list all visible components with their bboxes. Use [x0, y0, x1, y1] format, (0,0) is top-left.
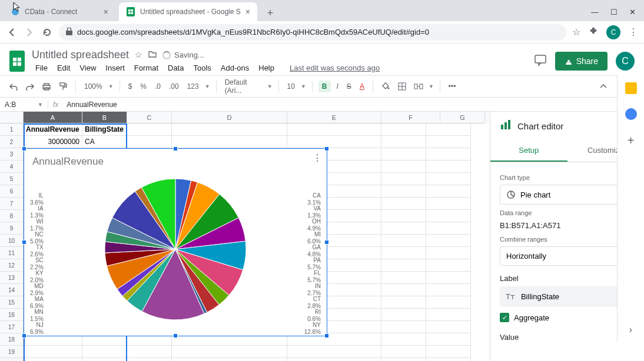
col-header-f[interactable]: F [381, 112, 440, 123]
row-header[interactable]: 20 [0, 358, 24, 361]
share-button[interactable]: Share [555, 52, 608, 71]
cell[interactable] [381, 259, 426, 272]
row-header[interactable]: 1 [0, 123, 24, 136]
cell[interactable] [381, 247, 426, 259]
close-icon[interactable]: × [104, 7, 108, 16]
italic-button[interactable]: I [334, 81, 341, 92]
cell[interactable] [381, 185, 426, 198]
cell[interactable] [24, 346, 82, 358]
url-field[interactable]: docs.google.com/spreadsheets/d/1MVgKa_nE… [59, 24, 566, 41]
spreadsheet-grid[interactable]: A B C D E F G 1AnnualRevenueBillingState… [0, 112, 490, 361]
menu-help[interactable]: Help [255, 62, 278, 73]
tab-setup[interactable]: Setup [490, 140, 567, 162]
percent-button[interactable]: % [138, 81, 149, 92]
cell[interactable] [381, 296, 426, 309]
menu-edit[interactable]: Edit [54, 62, 74, 73]
col-header-c[interactable]: C [127, 112, 172, 123]
cell[interactable] [381, 272, 426, 284]
cell[interactable] [381, 161, 426, 173]
menu-view[interactable]: View [76, 62, 99, 73]
cell[interactable]: CA [82, 136, 127, 148]
close-icon[interactable]: × [245, 7, 250, 16]
row-header[interactable]: 12 [0, 259, 24, 272]
font-dropdown[interactable]: Default (Ari... [223, 77, 264, 96]
cell[interactable] [426, 272, 471, 284]
cell[interactable] [426, 136, 471, 148]
col-header-d[interactable]: D [172, 112, 287, 123]
tab-sheets[interactable]: Untitled spreadsheet - Google S × [119, 2, 257, 21]
cell[interactable] [426, 333, 471, 346]
add-addon-icon[interactable]: + [628, 134, 635, 148]
col-header-e[interactable]: E [287, 112, 381, 123]
account-avatar[interactable]: C [616, 52, 635, 71]
cell[interactable] [381, 321, 426, 333]
row-header[interactable]: 6 [0, 185, 24, 198]
cell[interactable]: BillingState [82, 123, 127, 136]
borders-button[interactable] [396, 80, 409, 93]
row-header[interactable]: 10 [0, 235, 24, 247]
collapse-toolbar-button[interactable] [597, 80, 610, 93]
last-edit-link[interactable]: Last edit was seconds ago [286, 62, 383, 73]
cell[interactable] [426, 173, 471, 185]
back-button[interactable] [6, 26, 18, 38]
row-header[interactable]: 7 [0, 198, 24, 210]
menu-format[interactable]: Format [131, 62, 162, 73]
cell[interactable] [426, 309, 471, 321]
cell[interactable] [287, 346, 381, 358]
row-header[interactable]: 9 [0, 222, 24, 235]
cell[interactable] [172, 136, 287, 148]
cell[interactable] [426, 235, 471, 247]
row-header[interactable]: 18 [0, 333, 24, 346]
cell[interactable] [426, 296, 471, 309]
reload-button[interactable] [41, 26, 53, 38]
cell[interactable]: 30000000 [24, 136, 82, 148]
chart-menu-icon[interactable]: ⋮ [313, 152, 322, 163]
font-size[interactable]: 10 [285, 81, 297, 92]
cell[interactable] [287, 123, 381, 136]
label-field-chip[interactable]: Tᴛ BillingState ⋮ [500, 286, 635, 307]
cell[interactable] [381, 148, 426, 161]
cell[interactable] [172, 123, 287, 136]
increase-decimal-button[interactable]: .00 [167, 81, 181, 92]
document-title[interactable]: Untitled spreadsheet [32, 49, 129, 61]
row-header[interactable]: 4 [0, 161, 24, 173]
select-all-corner[interactable] [0, 112, 24, 123]
row-header[interactable]: 3 [0, 148, 24, 161]
profile-avatar[interactable]: C [606, 25, 620, 39]
decrease-decimal-button[interactable]: .0 [152, 81, 163, 92]
cell[interactable] [381, 235, 426, 247]
number-format-dropdown[interactable]: 123 [185, 81, 201, 92]
strikethrough-button[interactable]: S [344, 81, 354, 92]
cell[interactable] [172, 358, 287, 361]
row-header[interactable]: 5 [0, 173, 24, 185]
merge-button[interactable] [412, 80, 425, 93]
cell[interactable] [381, 284, 426, 296]
cell[interactable] [426, 185, 471, 198]
row-header[interactable]: 13 [0, 272, 24, 284]
star-document-icon[interactable]: ☆ [135, 50, 142, 60]
cell[interactable] [426, 259, 471, 272]
cell[interactable] [426, 247, 471, 259]
forward-button[interactable] [24, 26, 35, 38]
print-button[interactable] [40, 80, 53, 93]
fill-color-button[interactable] [379, 80, 392, 93]
browser-menu-icon[interactable]: ⋮ [629, 26, 638, 38]
redo-button[interactable] [24, 80, 36, 93]
combine-ranges-dropdown[interactable]: Horizontally ▼ [500, 246, 635, 266]
cell[interactable] [426, 161, 471, 173]
cell[interactable] [381, 346, 426, 358]
cell[interactable] [82, 346, 127, 358]
col-header-g[interactable]: G [440, 112, 485, 123]
row-header[interactable]: 16 [0, 309, 24, 321]
cell[interactable] [381, 136, 426, 148]
aggregate-checkbox[interactable]: ✓ [500, 313, 509, 322]
cell[interactable] [381, 309, 426, 321]
row-header[interactable]: 2 [0, 136, 24, 148]
menu-data[interactable]: Data [164, 62, 187, 73]
row-header[interactable]: 8 [0, 210, 24, 222]
cell[interactable] [426, 284, 471, 296]
cell[interactable]: AnnualRevenue [24, 123, 82, 136]
star-icon[interactable]: ☆ [572, 26, 580, 38]
cell[interactable] [287, 136, 381, 148]
col-header-b[interactable]: B [82, 112, 127, 123]
